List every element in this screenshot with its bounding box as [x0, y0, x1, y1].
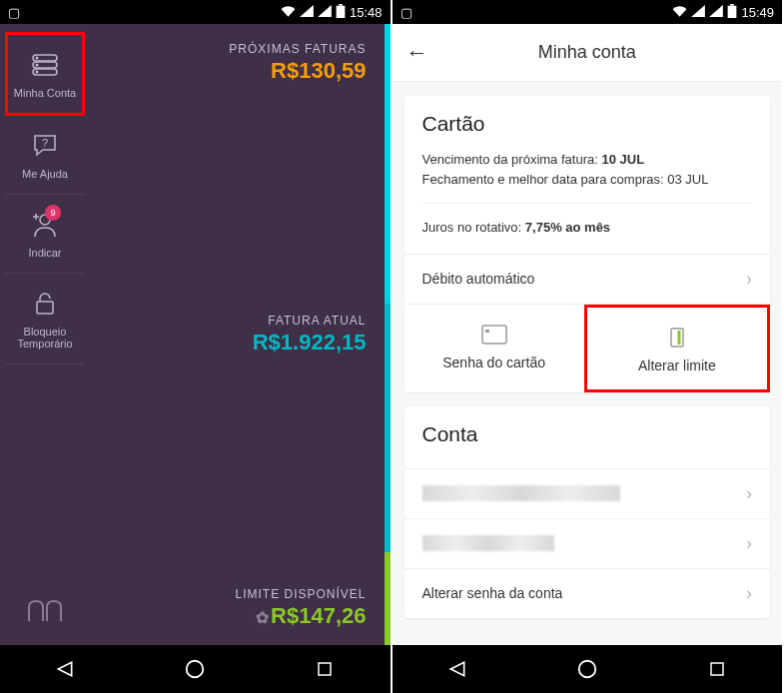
closing-row: Fechamento e melhor data para compras: 0…	[422, 170, 753, 190]
card-password-icon	[481, 325, 507, 345]
action-label: Alterar limite	[638, 357, 716, 373]
upcoming-label: PRÓXIMAS FATURAS	[229, 42, 366, 56]
due-row: Vencimento da próxima fatura: 10 JUL	[422, 150, 753, 170]
battery-icon	[336, 4, 346, 21]
current-value: R$1.922,15	[253, 330, 367, 355]
battery-icon	[727, 4, 737, 21]
available-label: LIMITE DISPONÍVEL	[235, 587, 366, 601]
nav-bar	[0, 645, 391, 693]
svg-text:?: ?	[42, 137, 48, 149]
limit-icon	[664, 328, 690, 347]
home-button[interactable]	[575, 657, 599, 681]
status-bar: ▢ 15:48	[0, 0, 391, 24]
available-value: ✿R$147,26	[235, 603, 366, 629]
card-cartao: Cartão Vencimento da próxima fatura: 10 …	[404, 96, 771, 392]
home-button[interactable]	[183, 657, 207, 681]
section-title: Conta	[422, 422, 753, 446]
gear-icon[interactable]: ✿	[256, 609, 269, 626]
current-label: FATURA ATUAL	[253, 314, 367, 328]
chevron-right-icon: ›	[746, 533, 752, 554]
svg-rect-12	[37, 302, 53, 314]
redacted-text	[422, 535, 554, 551]
autodebit-label: Débito automático	[422, 271, 535, 287]
card-conta: Conta › › Alterar senha da conta ›	[404, 406, 771, 618]
back-button[interactable]	[53, 657, 77, 681]
svg-point-6	[36, 64, 38, 66]
back-button[interactable]	[445, 657, 469, 681]
svg-point-7	[36, 71, 38, 73]
logo	[25, 597, 65, 629]
svg-rect-14	[319, 663, 331, 675]
account-row-1[interactable]: ›	[404, 468, 771, 518]
sidebar: Minha Conta ? Me Ajuda 9 Indicar Bloquei…	[0, 24, 90, 645]
svg-point-21	[578, 661, 595, 678]
sidebar-item-label: Me Ajuda	[22, 168, 68, 180]
status-time: 15:49	[741, 5, 774, 20]
upcoming-value: R$130,59	[229, 58, 366, 84]
signal-icon	[318, 5, 332, 20]
nav-bar	[392, 645, 783, 693]
action-label: Senha do cartão	[442, 354, 545, 370]
chevron-right-icon: ›	[746, 583, 752, 604]
section-title: Cartão	[422, 112, 753, 136]
action-card-password[interactable]: Senha do cartão	[404, 305, 584, 392]
svg-rect-22	[711, 663, 723, 675]
lock-icon	[29, 288, 61, 320]
signal-icon	[300, 5, 314, 20]
svg-rect-18	[485, 330, 489, 333]
sidebar-item-bloqueio[interactable]: Bloqueio Temporário	[5, 274, 85, 364]
page-title: Minha conta	[392, 42, 783, 63]
svg-rect-19	[671, 329, 683, 346]
account-icon	[29, 49, 61, 81]
wifi-icon	[281, 5, 296, 20]
action-change-limit[interactable]: Alterar limite	[584, 305, 770, 392]
sidebar-item-me-ajuda[interactable]: ? Me Ajuda	[5, 116, 85, 195]
wifi-icon	[672, 5, 687, 20]
sidebar-item-indicar[interactable]: 9 Indicar	[5, 195, 85, 274]
sidebar-item-label: Indicar	[28, 247, 61, 259]
signal-icon	[691, 5, 705, 20]
redacted-text	[422, 485, 620, 501]
recent-button[interactable]	[705, 657, 729, 681]
interest-row: Juros no rotativo: 7,75% ao mês	[422, 218, 753, 238]
svg-rect-0	[337, 5, 346, 17]
main-area[interactable]: PRÓXIMAS FATURAS R$130,59 FATURA ATUAL R…	[90, 24, 391, 645]
sidebar-item-label: Bloqueio Temporário	[9, 326, 81, 349]
chevron-right-icon: ›	[746, 483, 752, 504]
recent-button[interactable]	[313, 657, 337, 681]
badge: 9	[45, 205, 61, 221]
image-icon: ▢	[400, 5, 412, 20]
signal-icon	[709, 5, 723, 20]
autodebit-row[interactable]: Débito automático ›	[404, 254, 771, 304]
status-time: 15:48	[350, 5, 383, 20]
status-bar: ▢ 15:49	[392, 0, 783, 24]
help-icon: ?	[29, 130, 61, 162]
svg-rect-15	[728, 5, 737, 17]
svg-point-5	[36, 57, 38, 59]
change-account-password-row[interactable]: Alterar senha da conta ›	[404, 568, 771, 618]
svg-rect-1	[339, 4, 343, 6]
account-row-2[interactable]: ›	[404, 518, 771, 568]
page-header: ← Minha conta	[392, 24, 783, 82]
image-icon: ▢	[8, 5, 20, 20]
svg-rect-17	[482, 326, 506, 344]
back-arrow-icon[interactable]: ←	[406, 40, 428, 66]
chevron-right-icon: ›	[746, 269, 752, 290]
svg-point-13	[187, 661, 204, 678]
sidebar-item-minha-conta[interactable]: Minha Conta	[5, 32, 85, 116]
row-label: Alterar senha da conta	[422, 585, 563, 601]
sidebar-item-label: Minha Conta	[14, 87, 76, 99]
svg-rect-16	[731, 4, 735, 6]
